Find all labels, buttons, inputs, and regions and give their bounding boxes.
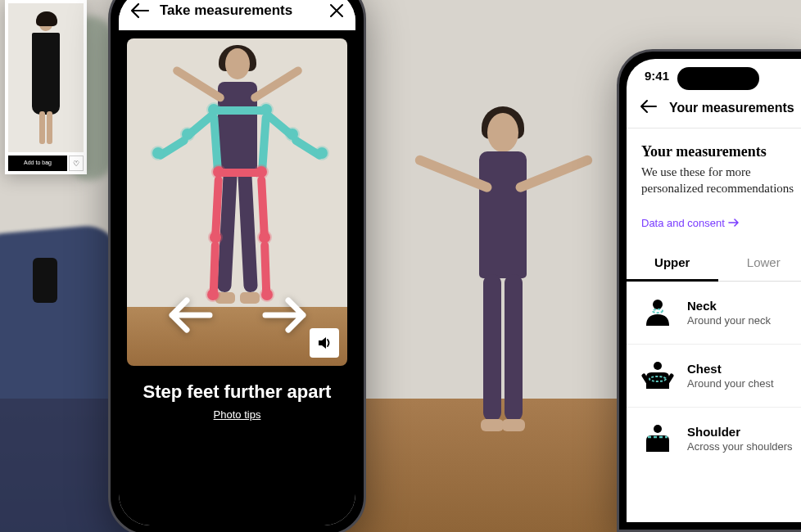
measurement-desc: Around your neck bbox=[687, 314, 801, 327]
arrow-right-icon bbox=[728, 219, 740, 227]
step-instruction: Step feet further apart bbox=[119, 366, 355, 408]
feet-move-arrows bbox=[167, 297, 308, 333]
photo-tips-link[interactable]: Photo tips bbox=[119, 408, 355, 437]
svg-point-1 bbox=[653, 309, 663, 312]
tab-upper[interactable]: Upper bbox=[627, 246, 718, 282]
screen-header: Take measurements bbox=[119, 0, 355, 30]
measurement-desc: Across your shoulders bbox=[687, 440, 801, 453]
dynamic-island bbox=[677, 67, 759, 90]
screen-title: Take measurements bbox=[160, 2, 319, 19]
favorite-button[interactable]: ♡ bbox=[69, 156, 84, 171]
add-to-bag-button[interactable]: Add to bag bbox=[8, 156, 67, 171]
product-image[interactable] bbox=[8, 3, 84, 152]
speaker-icon bbox=[316, 335, 333, 351]
measurement-row-chest[interactable]: Chest Around your chest bbox=[627, 345, 801, 408]
arrow-right-icon bbox=[262, 297, 308, 333]
measurement-title: Neck bbox=[687, 299, 801, 313]
svg-point-4 bbox=[654, 425, 662, 433]
right-phone-frame: 9:41 Your measurements Your measurements… bbox=[617, 49, 801, 532]
shoulder-icon bbox=[641, 422, 674, 455]
neck-icon bbox=[641, 296, 674, 329]
right-screen-header: Your measurements bbox=[627, 89, 801, 128]
product-card: Add to bag ♡ bbox=[5, 0, 87, 174]
chest-icon bbox=[641, 359, 674, 392]
consent-link-label: Data and consent bbox=[641, 217, 725, 229]
tab-lower[interactable]: Lower bbox=[718, 246, 802, 282]
background-model-figure bbox=[393, 98, 606, 467]
data-consent-link[interactable]: Data and consent bbox=[641, 217, 740, 229]
close-icon bbox=[329, 3, 344, 18]
measurement-row-neck[interactable]: Neck Around your neck bbox=[627, 282, 801, 345]
back-button[interactable] bbox=[130, 2, 150, 19]
arrow-left-icon bbox=[640, 99, 658, 114]
heart-icon: ♡ bbox=[73, 160, 79, 168]
arrow-left-icon bbox=[167, 297, 213, 333]
measurement-desc: Around your chest bbox=[687, 377, 801, 390]
camera-viewport bbox=[127, 38, 347, 366]
right-screen-title: Your measurements bbox=[669, 101, 794, 115]
measurements-heading: Your measurements bbox=[641, 143, 801, 160]
svg-point-2 bbox=[654, 362, 662, 370]
sound-toggle-button[interactable] bbox=[310, 328, 339, 358]
measurement-row-shoulder[interactable]: Shoulder Across your shoulders bbox=[627, 408, 801, 470]
measurements-subheading: We use these for more personalized recom… bbox=[641, 164, 801, 197]
close-button[interactable] bbox=[329, 3, 344, 18]
arrow-left-icon bbox=[130, 2, 150, 19]
back-button[interactable] bbox=[640, 99, 658, 117]
measurement-title: Chest bbox=[687, 362, 801, 376]
svg-point-0 bbox=[653, 300, 663, 309]
center-phone-frame: Take measurements bbox=[108, 0, 366, 532]
measurement-title: Shoulder bbox=[687, 425, 801, 439]
